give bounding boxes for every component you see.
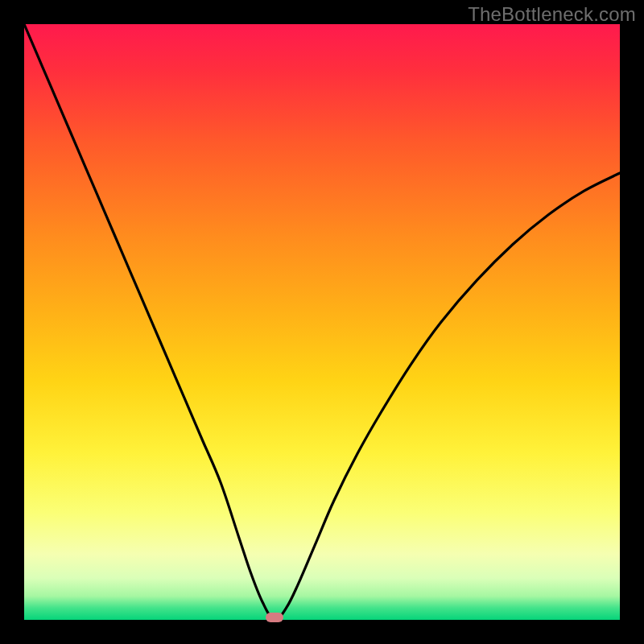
bottleneck-curve <box>24 24 620 620</box>
chart-frame: TheBottleneck.com <box>0 0 644 644</box>
watermark-text: TheBottleneck.com <box>468 3 636 26</box>
minimum-marker <box>266 613 283 622</box>
